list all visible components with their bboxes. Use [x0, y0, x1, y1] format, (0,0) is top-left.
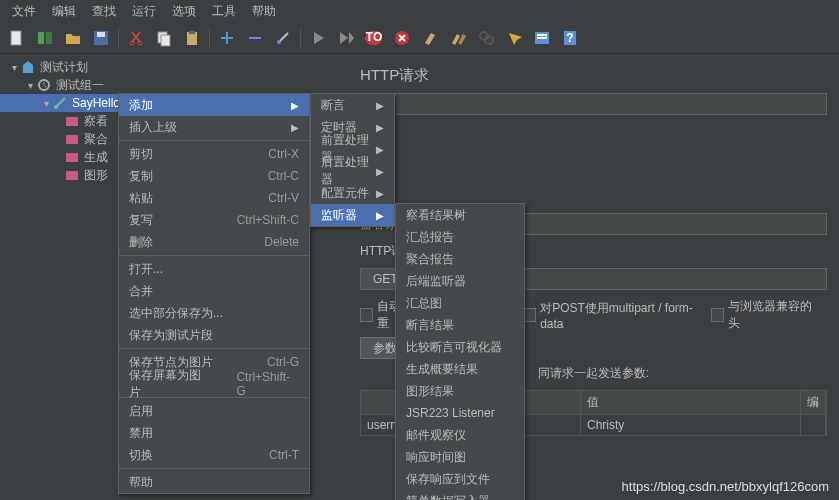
ctx-copy[interactable]: 复制Ctrl-C — [119, 165, 309, 187]
ctx-help[interactable]: 帮助 — [119, 471, 309, 493]
listener-item-5[interactable]: 断言结果 — [396, 314, 524, 336]
svg-rect-18 — [537, 34, 547, 36]
listener-item-2[interactable]: 聚合报告 — [396, 248, 524, 270]
ctx-save-screen-image[interactable]: 保存屏幕为图片Ctrl+Shift-G — [119, 373, 309, 395]
search-icon[interactable] — [473, 25, 499, 51]
svg-rect-10 — [189, 31, 195, 34]
toggle-icon[interactable] — [270, 25, 296, 51]
svg-rect-19 — [537, 37, 547, 39]
watermark: https://blog.csdn.net/bbxylqf126com — [622, 479, 829, 494]
start-icon[interactable] — [305, 25, 331, 51]
ctx-save-selection[interactable]: 选中部分保存为... — [119, 302, 309, 324]
listener-item-4[interactable]: 汇总图 — [396, 292, 524, 314]
sub-assertion[interactable]: 断言▶ — [311, 94, 394, 116]
menu-file[interactable]: 文件 — [4, 3, 44, 20]
svg-rect-4 — [97, 32, 105, 37]
ctx-merge[interactable]: 合并 — [119, 280, 309, 302]
copy-icon[interactable] — [151, 25, 177, 51]
stop-icon[interactable]: STOP — [361, 25, 387, 51]
open-icon[interactable] — [60, 25, 86, 51]
param-value-cell[interactable]: Christy — [581, 415, 801, 435]
clear-icon[interactable] — [417, 25, 443, 51]
help-icon[interactable]: ? — [557, 25, 583, 51]
svg-rect-2 — [46, 32, 52, 44]
listener-item-6[interactable]: 比较断言可视化器 — [396, 336, 524, 358]
listener-item-7[interactable]: 生成概要结果 — [396, 358, 524, 380]
svg-rect-0 — [11, 31, 21, 45]
tree-root[interactable]: ▾测试计划 — [0, 58, 348, 76]
ctx-enable[interactable]: 启用 — [119, 400, 309, 422]
ctx-add[interactable]: 添加▶ — [119, 94, 309, 116]
menu-help[interactable]: 帮助 — [244, 3, 284, 20]
sub-listener[interactable]: 监听器▶ — [311, 204, 394, 226]
listener-item-10[interactable]: 邮件观察仪 — [396, 424, 524, 446]
new-icon[interactable] — [4, 25, 30, 51]
svg-point-11 — [277, 40, 281, 44]
shutdown-icon[interactable] — [389, 25, 415, 51]
templates-icon[interactable] — [32, 25, 58, 51]
save-icon[interactable] — [88, 25, 114, 51]
sub-postprocessor[interactable]: 后置处理器▶ — [311, 160, 394, 182]
expand-icon[interactable] — [214, 25, 240, 51]
svg-rect-25 — [66, 135, 78, 144]
svg-rect-27 — [66, 171, 78, 180]
svg-text:?: ? — [566, 31, 573, 45]
svg-point-23 — [54, 105, 58, 109]
menu-options[interactable]: 选项 — [164, 3, 204, 20]
menu-edit[interactable]: 编辑 — [44, 3, 84, 20]
listener-item-11[interactable]: 响应时间图 — [396, 446, 524, 468]
svg-rect-8 — [161, 35, 170, 46]
collapse-icon[interactable] — [242, 25, 268, 51]
menubar: 文件 编辑 查找 运行 选项 工具 帮助 — [0, 0, 839, 22]
clear-all-icon[interactable] — [445, 25, 471, 51]
svg-text:STOP: STOP — [365, 30, 383, 44]
context-menu: 添加▶ 插入上级▶ 剪切Ctrl-X 复制Ctrl-C 粘贴Ctrl-V 复写C… — [118, 93, 310, 494]
ctx-paste[interactable]: 粘贴Ctrl-V — [119, 187, 309, 209]
listener-item-13[interactable]: 简单数据写入器 — [396, 490, 524, 500]
listener-item-3[interactable]: 后端监听器 — [396, 270, 524, 292]
ctx-duplicate[interactable]: 复写Ctrl+Shift-C — [119, 209, 309, 231]
menu-tools[interactable]: 工具 — [204, 3, 244, 20]
toolbar: STOP ? — [0, 22, 839, 54]
ctx-disable[interactable]: 禁用 — [119, 422, 309, 444]
ctx-save-fragment[interactable]: 保存为测试片段 — [119, 324, 309, 346]
multipart-checkbox[interactable]: 对POST使用multipart / form-data — [523, 300, 699, 331]
listener-item-9[interactable]: JSR223 Listener — [396, 402, 524, 424]
ctx-cut[interactable]: 剪切Ctrl-X — [119, 143, 309, 165]
cut-icon[interactable] — [123, 25, 149, 51]
start-no-timers-icon[interactable] — [333, 25, 359, 51]
name-field[interactable] — [360, 93, 827, 115]
function-icon[interactable] — [529, 25, 555, 51]
menu-run[interactable]: 运行 — [124, 3, 164, 20]
ctx-open[interactable]: 打开... — [119, 258, 309, 280]
page-title: HTTP请求 — [360, 66, 827, 85]
listener-item-0[interactable]: 察看结果树 — [396, 204, 524, 226]
svg-rect-1 — [38, 32, 44, 44]
submenu-add: 断言▶ 定时器▶ 前置处理器▶ 后置处理器▶ 配置元件▶ 监听器▶ — [310, 93, 395, 227]
ctx-delete[interactable]: 删除Delete — [119, 231, 309, 253]
listener-item-1[interactable]: 汇总报告 — [396, 226, 524, 248]
ctx-toggle[interactable]: 切换Ctrl-T — [119, 444, 309, 466]
listener-item-12[interactable]: 保存响应到文件 — [396, 468, 524, 490]
tree-group[interactable]: ▾测试组一 — [0, 76, 348, 94]
svg-rect-24 — [66, 117, 78, 126]
browser-checkbox[interactable]: 与浏览器兼容的头 — [711, 298, 815, 332]
listener-item-8[interactable]: 图形结果 — [396, 380, 524, 402]
sub-config[interactable]: 配置元件▶ — [311, 182, 394, 204]
paste-icon[interactable] — [179, 25, 205, 51]
submenu-listener: 察看结果树汇总报告聚合报告后端监听器汇总图断言结果比较断言可视化器生成概要结果图… — [395, 203, 525, 500]
menu-search[interactable]: 查找 — [84, 3, 124, 20]
svg-rect-26 — [66, 153, 78, 162]
ctx-insert[interactable]: 插入上级▶ — [119, 116, 309, 138]
reset-search-icon[interactable] — [501, 25, 527, 51]
